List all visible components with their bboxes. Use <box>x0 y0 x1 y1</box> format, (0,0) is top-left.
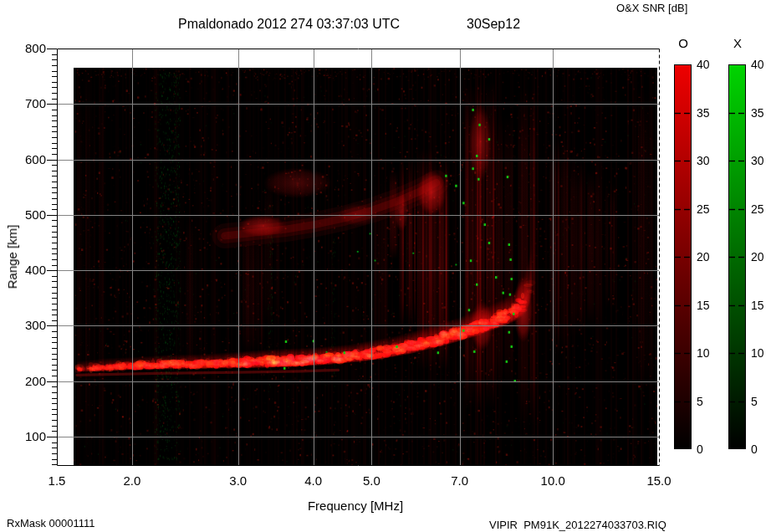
plot-title: Pmaldonado 2012 274 03:37:03 UTC <box>178 17 400 31</box>
colorbar-tick-label: 0 <box>751 443 771 456</box>
x-tick-label: 4.0 <box>293 474 334 488</box>
colorbar-tick-label: 35 <box>697 107 718 120</box>
y-tick-label: 100 <box>7 430 46 443</box>
colorbar-tick-label: 10 <box>697 347 718 360</box>
colorbar-tick-label: 20 <box>751 251 771 263</box>
colorbar-tick-label: 15 <box>697 299 718 312</box>
colorbar-x-label: X <box>728 37 747 50</box>
rxmask-label: RxMask 00001111 <box>7 518 95 529</box>
colorbar-tick-label: 30 <box>697 155 718 167</box>
colorbar-tick-label: 25 <box>751 203 771 216</box>
y-axis-title: Range [km] <box>6 225 19 289</box>
y-tick-label: 300 <box>7 319 46 332</box>
colorbar-tick-label: 35 <box>751 107 771 120</box>
colorbar-tick-label: 0 <box>697 443 718 456</box>
y-tick-label: 500 <box>7 208 46 222</box>
snr-units-label: O&X SNR [dB] <box>616 3 687 14</box>
x-tick-label: 3.0 <box>217 474 259 488</box>
colorbar-tick-label: 40 <box>751 59 771 71</box>
colorbar-o-label: O <box>674 37 692 50</box>
ionogram-figure: Pmaldonado 2012 274 03:37:03 UTC 30Sep12… <box>0 0 771 532</box>
ionogram-canvas <box>0 0 771 532</box>
y-tick-label: 600 <box>7 153 46 166</box>
x-tick-label: 7.0 <box>439 474 481 488</box>
colorbar-tick-label: 10 <box>751 347 771 360</box>
filename-label: VIPIR PM91K_2012274033703.RIQ <box>489 519 666 531</box>
x-tick-label: 15.0 <box>638 474 680 488</box>
colorbar-tick-label: 5 <box>751 396 771 408</box>
colorbar-tick-label: 30 <box>751 155 771 167</box>
x-tick-label: 2.0 <box>111 474 153 488</box>
colorbar-tick-label: 40 <box>697 59 718 71</box>
colorbar-tick-label: 15 <box>751 299 771 312</box>
x-tick-label: 1.5 <box>36 474 78 488</box>
y-tick-label: 700 <box>7 97 46 110</box>
colorbar-tick-label: 20 <box>697 251 718 263</box>
plot-date: 30Sep12 <box>467 17 520 31</box>
x-axis-title: Frequency [MHz] <box>308 499 403 513</box>
y-tick-label: 800 <box>7 42 46 55</box>
x-tick-label: 10.0 <box>532 474 574 488</box>
colorbar-tick-label: 5 <box>697 396 718 408</box>
y-tick-label: 400 <box>7 263 46 277</box>
x-tick-label: 5.0 <box>350 474 392 488</box>
colorbar-tick-label: 25 <box>697 203 718 216</box>
y-tick-label: 200 <box>7 375 46 388</box>
